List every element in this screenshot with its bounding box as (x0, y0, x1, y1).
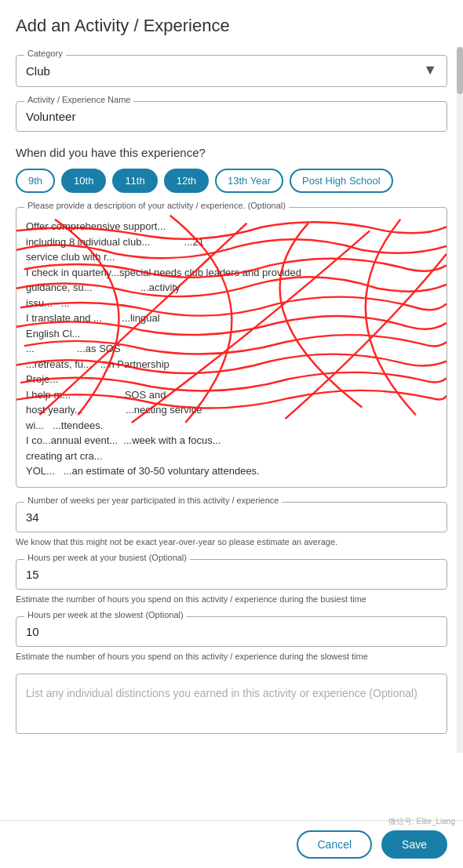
hours-busiest-label: Hours per week at your busiest (Optional… (24, 553, 190, 562)
description-label: Please provide a description of your act… (24, 201, 289, 210)
footer-bar: Cancel Save (0, 820, 463, 868)
grade-btn-10th[interactable]: 10th (61, 169, 106, 193)
activity-name-label: Activity / Experience Name (24, 95, 133, 104)
scrollbar-track[interactable] (457, 47, 463, 753)
description-text: Offer comprehensive support... including… (26, 219, 437, 479)
description-field[interactable]: Please provide a description of your act… (16, 207, 447, 488)
scrollbar-thumb[interactable] (457, 47, 463, 94)
dropdown-arrow-icon: ▼ (423, 62, 437, 78)
category-value: Club (26, 63, 50, 78)
category-field[interactable]: Category Club ▼ (16, 55, 447, 87)
grade-buttons-group: 9th 10th 11th 12th 13th Year Post High S… (16, 169, 447, 193)
grade-btn-11th[interactable]: 11th (112, 169, 157, 193)
hours-slowest-label: Hours per week at the slowest (Optional) (24, 610, 187, 619)
hours-slowest-helper: Estimate the number of hours you spend o… (16, 652, 447, 661)
hours-slowest-value: 10 (26, 623, 437, 638)
description-content[interactable]: Offer comprehensive support... including… (16, 208, 447, 487)
when-question: When did you have this experience? (16, 146, 447, 159)
hours-busiest-helper: Estimate the number of hours you spend o… (16, 594, 447, 604)
activity-name-value: Volunteer (26, 108, 437, 123)
weeks-per-year-label: Number of weeks per year participated in… (24, 496, 282, 505)
hours-busiest-field[interactable]: Hours per week at your busiest (Optional… (16, 559, 447, 590)
grade-btn-13th[interactable]: 13th Year (215, 169, 283, 193)
category-label: Category (24, 49, 66, 58)
hours-slowest-field[interactable]: Hours per week at the slowest (Optional)… (16, 616, 447, 647)
weeks-per-year-value: 34 (26, 509, 437, 524)
distinctions-placeholder: List any individual distinctions you ear… (26, 687, 417, 699)
page-title: Add an Activity / Experience (16, 16, 447, 36)
distinctions-field[interactable]: List any individual distinctions you ear… (16, 674, 447, 734)
watermark: 微信号: Elite_Liang (388, 816, 455, 827)
cancel-button[interactable]: Cancel (297, 830, 372, 859)
activity-name-field[interactable]: Activity / Experience Name Volunteer (16, 101, 447, 132)
hours-busiest-value: 15 (26, 566, 437, 581)
weeks-per-year-field[interactable]: Number of weeks per year participated in… (16, 502, 447, 532)
grade-btn-9th[interactable]: 9th (16, 169, 55, 193)
grade-btn-post-high-school[interactable]: Post High School (290, 169, 393, 193)
save-button[interactable]: Save (381, 830, 447, 859)
weeks-helper-text: We know that this might not be exact yea… (16, 537, 447, 547)
grade-btn-12th[interactable]: 12th (164, 169, 209, 193)
